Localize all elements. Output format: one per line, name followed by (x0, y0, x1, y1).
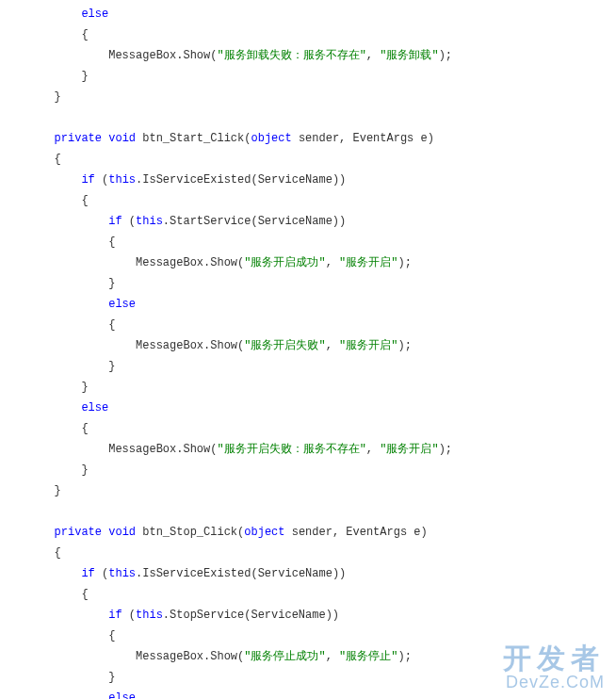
line-open-brace: { (0, 153, 61, 166)
line-if-existed: if (this.IsServiceExisted(ServiceName)) (0, 567, 346, 580)
code-document: { "indent": { "n3": " ", "n4": " ", "n2"… (0, 0, 616, 699)
line-msg-start-fail-ne: MessageBox.Show("服务开启失败：服务不存在", "服务开启"); (0, 443, 452, 456)
watermark-title: 开发者 (503, 644, 605, 673)
line-if-stop-service: if (this.StopService(ServiceName)) (0, 609, 339, 622)
line-open-brace: { (0, 236, 115, 249)
source-code-block: else { MessageBox.Show("服务卸载失败：服务不存在", "… (0, 0, 452, 699)
watermark: 开发者 DevZe.CoM (503, 644, 605, 693)
line-open-brace: { (0, 318, 115, 332)
watermark-url: DevZe.CoM (503, 673, 605, 693)
line-else: else (0, 401, 108, 415)
line-close-brace: } (0, 381, 89, 394)
line-open-brace: { (0, 546, 61, 560)
line-else: else (0, 691, 136, 699)
line-if-start-service: if (this.StartService(ServiceName)) (0, 215, 346, 228)
line-close-brace: } (0, 671, 115, 684)
line-msg-stop-ok: MessageBox.Show("服务停止成功", "服务停止"); (0, 650, 412, 663)
line-close-brace: } (0, 70, 89, 83)
line-close-brace: } (0, 463, 89, 477)
line-else: else (0, 8, 108, 21)
line-close-brace: } (0, 277, 115, 290)
line-blank (0, 111, 7, 124)
line-open-brace: { (0, 629, 115, 642)
line-close-brace: } (0, 484, 61, 497)
line-close-brace: } (0, 360, 115, 373)
line-method-start: private void btn_Start_Click(object send… (0, 132, 434, 145)
line-msg-uninstall-fail: MessageBox.Show("服务卸载失败：服务不存在", "服务卸载"); (0, 49, 452, 62)
line-open-brace: { (0, 588, 89, 601)
line-open-brace: { (0, 28, 89, 41)
line-close-brace: } (0, 90, 61, 104)
line-method-stop: private void btn_Stop_Click(object sende… (0, 526, 428, 539)
line-open-brace: { (0, 422, 89, 435)
line-msg-start-ok: MessageBox.Show("服务开启成功", "服务开启"); (0, 256, 412, 269)
line-blank (0, 505, 7, 518)
line-msg-start-fail: MessageBox.Show("服务开启失败", "服务开启"); (0, 339, 412, 352)
line-else: else (0, 298, 136, 311)
line-open-brace: { (0, 194, 89, 207)
line-if-existed: if (this.IsServiceExisted(ServiceName)) (0, 173, 346, 187)
